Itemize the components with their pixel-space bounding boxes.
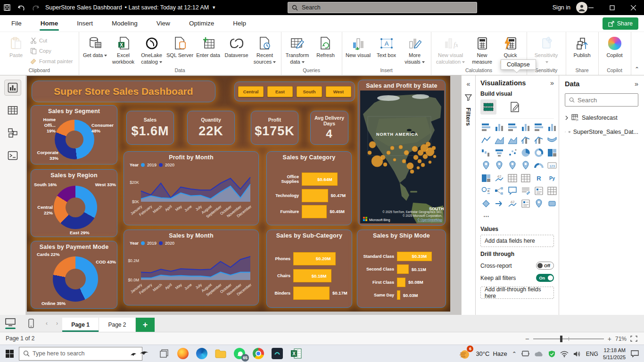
region-filter-south[interactable]: South [297,86,322,97]
decomposition-tree-icon[interactable] [494,185,505,197]
edge-icon[interactable] [192,345,211,362]
sales-by-category-panel[interactable]: Sales by Category Office Supplies$0.64MT… [266,151,352,225]
build-visual-mode-icon[interactable] [480,99,496,115]
azure-map-icon[interactable] [520,160,531,171]
line-and-clustered-column-chart-icon[interactable] [533,134,545,146]
format-visual-mode-icon[interactable] [507,99,523,115]
security-shield-icon[interactable] [548,350,555,358]
app-dark-icon[interactable] [268,345,287,362]
chrome-icon[interactable] [249,345,268,362]
onedrive-icon[interactable] [534,351,544,357]
title-dropdown-icon[interactable]: ▼ [212,5,216,10]
new-measure-button[interactable]: New measure [468,34,496,66]
language-indicator[interactable]: ENG [586,351,598,357]
treemap-icon[interactable] [546,147,558,158]
data-table-salesforecast[interactable]: fx Salesforecast [565,114,638,121]
map-bubble[interactable] [369,141,376,148]
map-bubble[interactable] [407,163,413,169]
filters-label[interactable]: Filters [465,107,472,126]
power-apps-icon[interactable] [480,198,492,209]
onelake-catalog-button[interactable]: OneLake catalog [138,34,166,66]
map-bubble[interactable] [413,155,418,160]
page-forward-icon[interactable]: › [52,315,62,332]
map-bubble[interactable] [390,146,394,150]
bar[interactable]: $0.64M [302,173,338,186]
bar-row[interactable]: Office Supplies$0.64M [271,173,347,186]
menu-help[interactable]: Help [225,15,254,32]
page-back-icon[interactable]: ‹ [41,315,52,332]
map-bubble[interactable] [368,151,372,155]
profit-by-month-panel[interactable]: Profit by Month Year 2019 2020 $20K$0KJa… [124,151,259,225]
sales-by-region-panel[interactable]: Sales by Region South 16% West 33% Centr… [31,169,117,237]
zoom-in-icon[interactable]: + [608,335,611,343]
sales-by-month-panel[interactable]: Sales by Month Year 2019 2020 $0.2M$0.0M… [124,230,259,305]
slicer-icon[interactable] [533,185,545,197]
pie-chart-icon[interactable] [520,147,531,158]
menu-file[interactable]: File [4,15,29,32]
line-chart-icon[interactable] [480,134,492,146]
filled-map-icon[interactable] [494,160,505,171]
multi-row-card-icon[interactable] [480,173,492,184]
sales-by-segment-panel[interactable]: Sales by Segment Home Offi...19% Consume… [31,105,117,165]
get-data-button[interactable]: Get data [81,34,109,59]
tray-expand-icon[interactable]: ⌃ [512,351,517,357]
100-stacked-bar-chart-icon[interactable] [533,122,545,133]
new-visual-calculation-button[interactable]: fx New visual calculation [433,34,468,66]
data-search-input[interactable] [578,97,634,104]
kpi-quantity[interactable]: Quantity 22K [187,111,235,145]
keep-filters-toggle[interactable]: On [536,274,554,282]
map-bubble[interactable] [410,170,414,173]
bar[interactable]: $0.18M [293,269,331,282]
clustered-bar-chart-icon[interactable] [507,122,518,133]
map-bubble[interactable] [399,145,403,149]
gauge-icon[interactable] [533,160,545,171]
bar[interactable]: $0.33M [397,252,432,261]
paste-button[interactable]: Paste [2,34,30,59]
cross-report-toggle[interactable]: Off [536,262,554,270]
bar-row[interactable]: Chairs$0.18M [271,269,348,282]
power-automate-icon[interactable] [494,198,505,209]
new-visual-button[interactable]: New visual [344,34,372,59]
metrics-icon[interactable]: 42 [507,198,518,209]
filter-icon[interactable] [465,94,472,101]
tab-page-2[interactable]: Page 2 [99,318,136,332]
menu-modeling[interactable]: Modeling [104,15,145,32]
bar[interactable] [397,264,409,274]
recent-sources-button[interactable]: Recent sources [251,34,279,66]
100-stacked-column-chart-icon[interactable] [546,122,558,133]
collapse-ribbon-icon[interactable]: ⌃ [635,66,639,73]
wifi-icon[interactable] [560,351,569,357]
dataverse-button[interactable]: Dataverse [223,34,251,59]
arcgis-map-icon[interactable] [533,198,545,209]
menu-optimize[interactable]: Optimize [182,15,222,32]
kpi-avg-delivery[interactable]: Avg Delivery Days 4 [310,111,348,145]
close-button[interactable] [623,0,644,15]
desktop-layout-icon[interactable] [0,315,21,332]
scatter-chart-icon[interactable] [507,147,518,158]
map-bubble[interactable] [418,159,421,163]
bar[interactable] [397,278,405,287]
bar-row[interactable]: Binders$0.17M [271,287,348,300]
report-view-icon[interactable] [5,80,21,95]
map-panel[interactable]: Sales and Profit by State NORTH AMERICA [358,80,446,226]
minimize-button[interactable] [580,0,602,15]
model-view-icon[interactable] [5,125,21,140]
copilot-button[interactable]: Copilot [601,34,629,59]
copy-button[interactable]: Copy [30,47,77,55]
transform-data-button[interactable]: Transform data [283,34,312,66]
format-painter-button[interactable]: Format painter [30,57,77,66]
bar-row[interactable]: Second Class$0.11M [361,264,442,274]
excel-taskbar-icon[interactable]: X [287,345,305,362]
category-bar-chart[interactable]: Office Supplies$0.64MTechnology$0.47MFur… [271,170,347,221]
weather-desc[interactable]: Haze [493,350,507,357]
paginated-report-icon[interactable] [546,185,558,197]
kpi-profit[interactable]: Profit $175K [251,111,298,145]
ribbon-chart-icon[interactable] [546,134,558,146]
bar[interactable]: $0.20M [293,252,336,265]
donut-chart-icon[interactable] [533,147,545,158]
sales-area-chart[interactable]: $0.2M$0.0MJanuaryFebruaryMarchAprilMayJu… [126,246,257,303]
taskbar-search[interactable] [19,347,142,361]
weather-temp[interactable]: 30°C [476,350,489,357]
mobile-layout-icon[interactable] [21,315,41,332]
region-filter-central[interactable]: Central [238,86,264,97]
